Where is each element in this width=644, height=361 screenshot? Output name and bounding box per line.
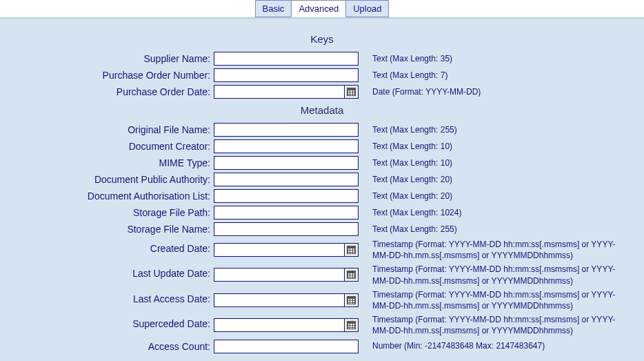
label-created-date: Created Date: — [0, 239, 214, 254]
label-superceded-date: Superceded Date: — [0, 314, 214, 329]
row-po-date: Purchase Order Date: Date (Format: YYYY-… — [0, 84, 644, 100]
row-po-number: Purchase Order Number: Text (Max Length:… — [0, 67, 644, 84]
hint-storage-file-name: Text (Max Length: 255) — [359, 224, 644, 235]
label-last-update-date: Last Update Date: — [0, 264, 214, 279]
hint-created-date: Timestamp (Format: YYYY-MM-DD hh:mm:ss[.… — [359, 239, 644, 261]
label-storage-file-path: Storage File Path: — [0, 207, 214, 218]
hint-doc-auth-list: Text (Max Length: 20) — [359, 191, 644, 202]
input-storage-file-path[interactable] — [214, 206, 359, 219]
input-po-date[interactable] — [214, 85, 345, 99]
row-superceded-date: Superceded Date: Timestamp (Format: YYYY… — [0, 313, 644, 338]
tab-advanced[interactable]: Advanced — [291, 0, 346, 17]
input-mime-type[interactable] — [214, 156, 359, 170]
calendar-icon — [347, 246, 356, 254]
input-created-date[interactable] — [214, 243, 345, 257]
tab-basic[interactable]: Basic — [255, 0, 292, 17]
hint-doc-public-authority: Text (Max Length: 20) — [359, 174, 644, 185]
row-storage-file-name: Storage File Name: Text (Max Length: 255… — [0, 221, 644, 237]
calendar-icon — [347, 271, 356, 279]
calendar-icon — [347, 321, 356, 329]
input-storage-file-name[interactable] — [214, 222, 359, 236]
datepicker-last-access-date[interactable] — [345, 293, 359, 307]
section-metadata-title: Metadata — [0, 100, 644, 121]
label-doc-creator: Document Creator: — [0, 141, 214, 152]
input-superceded-date[interactable] — [214, 318, 345, 332]
tab-upload[interactable]: Upload — [345, 0, 389, 17]
label-storage-file-name: Storage File Name: — [0, 224, 214, 235]
row-doc-creator: Document Creator: Text (Max Length: 10) — [0, 138, 644, 155]
label-access-count: Access Count: — [0, 341, 214, 352]
hint-doc-creator: Text (Max Length: 10) — [359, 141, 644, 152]
hint-last-update-date: Timestamp (Format: YYYY-MM-DD hh:mm:ss[.… — [359, 264, 644, 286]
label-po-number: Purchase Order Number: — [0, 70, 214, 81]
label-mime-type: MIME Type: — [0, 157, 214, 168]
row-created-date: Created Date: Timestamp (Format: YYYY-MM… — [0, 237, 644, 262]
input-supplier-name[interactable] — [214, 52, 359, 66]
hint-access-count: Number (Min: -2147483648 Max: 2147483647… — [359, 340, 644, 351]
datepicker-po-date[interactable] — [345, 85, 359, 99]
label-supplier-name: Supplier Name: — [0, 53, 214, 64]
input-access-count[interactable] — [214, 340, 359, 353]
input-doc-auth-list[interactable] — [214, 189, 359, 203]
row-mime-type: MIME Type: Text (Max Length: 10) — [0, 155, 644, 171]
row-last-access-date: Last Access Date: Timestamp (Format: YYY… — [0, 288, 644, 313]
datepicker-created-date[interactable] — [345, 243, 359, 257]
datepicker-superceded-date[interactable] — [345, 318, 359, 332]
section-keys-title: Keys — [0, 29, 644, 50]
hint-superceded-date: Timestamp (Format: YYYY-MM-DD hh:mm:ss[.… — [359, 314, 644, 336]
hint-orig-file-name: Text (Max Length: 255) — [359, 124, 644, 135]
hint-supplier-name: Text (Max Length: 35) — [359, 53, 644, 64]
calendar-icon — [347, 296, 356, 304]
tab-bar: Basic Advanced Upload — [0, 0, 644, 17]
row-doc-auth-list: Document Authorisation List: Text (Max L… — [0, 188, 644, 204]
hint-po-number: Text (Max Length: 7) — [359, 70, 644, 81]
label-orig-file-name: Original File Name: — [0, 124, 214, 135]
hint-po-date: Date (Format: YYYY-MM-DD) — [359, 86, 644, 97]
input-doc-creator[interactable] — [214, 139, 359, 153]
label-po-date: Purchase Order Date: — [0, 86, 214, 97]
row-orig-file-name: Original File Name: Text (Max Length: 25… — [0, 121, 644, 138]
row-storage-file-path: Storage File Path: Text (Max Length: 102… — [0, 204, 644, 221]
row-last-update-date: Last Update Date: Timestamp (Format: YYY… — [0, 262, 644, 287]
label-last-access-date: Last Access Date: — [0, 289, 214, 304]
input-doc-public-authority[interactable] — [214, 173, 359, 186]
row-doc-public-authority: Document Public Authority: Text (Max Len… — [0, 171, 644, 188]
input-po-number[interactable] — [214, 68, 359, 82]
input-orig-file-name[interactable] — [214, 123, 359, 137]
label-doc-public-authority: Document Public Authority: — [0, 174, 214, 185]
hint-last-access-date: Timestamp (Format: YYYY-MM-DD hh:mm:ss[.… — [359, 289, 644, 311]
hint-storage-file-path: Text (Max Length: 1024) — [359, 207, 644, 218]
input-last-update-date[interactable] — [214, 268, 345, 282]
label-doc-auth-list: Document Authorisation List: — [0, 191, 214, 202]
calendar-icon — [347, 88, 356, 96]
input-last-access-date[interactable] — [214, 293, 345, 307]
advanced-search-panel: Keys Supplier Name: Text (Max Length: 35… — [0, 17, 644, 361]
hint-mime-type: Text (Max Length: 10) — [359, 157, 644, 168]
row-access-count: Access Count: Number (Min: -2147483648 M… — [0, 338, 644, 355]
row-supplier-name: Supplier Name: Text (Max Length: 35) — [0, 50, 644, 67]
datepicker-last-update-date[interactable] — [345, 268, 359, 282]
